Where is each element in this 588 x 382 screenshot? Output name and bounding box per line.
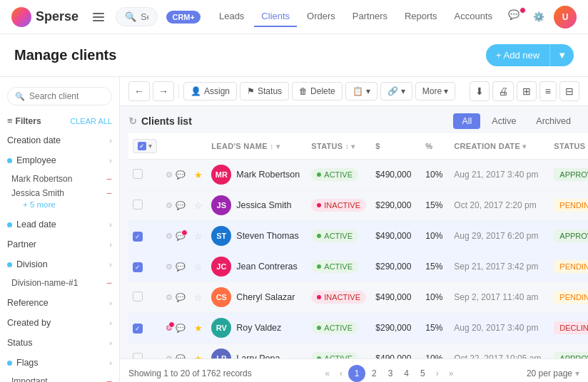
row-checkbox[interactable] [133, 353, 143, 359]
row-chat-icon[interactable]: 💬 [176, 293, 186, 302]
chat-icon[interactable]: 💬 [508, 9, 524, 25]
page-3[interactable]: 3 [383, 366, 398, 381]
employee-more[interactable]: + 5 more [11, 200, 112, 212]
col-name-header[interactable]: LEAD'S NAME ↕ ▾ [207, 133, 307, 160]
row-gear-icon[interactable]: ⚙ [166, 324, 173, 333]
per-page-arrow: ▾ [575, 368, 579, 378]
row-lead-name: Roy Valdez [236, 323, 281, 333]
remove-flag-button[interactable]: − [106, 376, 112, 382]
forward-button[interactable]: → [153, 81, 174, 101]
col-date-header[interactable]: CREATION DATE ▾ [450, 133, 549, 160]
row-chat-icon[interactable]: 💬 [176, 201, 186, 210]
client-search[interactable]: 🔍 [7, 87, 112, 105]
clear-all-button[interactable]: CLEAR ALL [70, 117, 112, 125]
remove-mark-button[interactable]: − [106, 174, 112, 184]
page-5[interactable]: 5 [415, 366, 430, 381]
col-money-header[interactable]: $ [371, 133, 421, 160]
sidebar-item-division[interactable]: Division › [0, 254, 119, 274]
nav-clients[interactable]: Clients [254, 6, 297, 27]
remove-jessica-button[interactable]: − [106, 188, 112, 198]
list-view-button[interactable]: ≡ [539, 81, 557, 101]
row-checkbox[interactable] [133, 291, 143, 301]
page-last[interactable]: » [445, 366, 458, 381]
refresh-icon[interactable]: ↻ [128, 115, 137, 127]
page-next[interactable]: › [432, 366, 443, 381]
columns-view-button[interactable]: ⊟ [559, 81, 579, 101]
row-checkbox[interactable] [133, 200, 143, 210]
download-button[interactable]: ⬇ [470, 81, 490, 101]
user-avatar[interactable]: U [554, 6, 577, 29]
tab-archived[interactable]: Archived [527, 113, 579, 129]
row-chat-icon[interactable]: 💬 [176, 232, 186, 241]
col-pct-header[interactable]: % [421, 133, 450, 160]
sidebar-item-reference[interactable]: Reference › [0, 293, 119, 313]
col-result-header[interactable]: STATUS ▾ [549, 133, 588, 160]
row-checkbox[interactable]: ✓ [133, 262, 143, 272]
per-page-selector[interactable]: 20 per page ▾ [527, 368, 579, 378]
chevron-icon: › [109, 240, 112, 249]
global-search[interactable]: 🔍 [116, 7, 158, 26]
assign-button[interactable]: 👤 Assign [183, 82, 237, 100]
row-star[interactable]: ★ [194, 323, 203, 334]
row-star[interactable]: ☆ [194, 200, 203, 211]
row-gear-icon[interactable]: ⚙ [166, 232, 173, 241]
more-button[interactable]: More ▾ [415, 82, 455, 100]
row-chat-icon[interactable]: 💬 [176, 262, 186, 272]
page-prev[interactable]: ‹ [335, 366, 347, 381]
row-star[interactable]: ☆ [194, 231, 203, 242]
sidebar-item-employee[interactable]: Employee › [0, 150, 119, 170]
row-chat-icon[interactable]: 💬 [176, 324, 186, 333]
page-4[interactable]: 4 [399, 366, 414, 381]
row-checkbox[interactable]: ✓ [133, 232, 143, 242]
add-new-button[interactable]: + Add new ▼ [486, 44, 574, 66]
crm-badge[interactable]: CRM+ [166, 11, 200, 24]
settings-icon[interactable]: ⚙️ [531, 9, 547, 25]
sidebar-item-status[interactable]: Status › [0, 333, 119, 353]
row-lead-name: Jean Contreras [236, 262, 297, 272]
row-gear-icon[interactable]: ⚙ [166, 170, 173, 180]
sidebar-item-flags[interactable]: Flags › [0, 353, 119, 373]
col-status-header[interactable]: STATUS ↕ ▾ [307, 133, 371, 160]
nav-orders[interactable]: Orders [300, 6, 343, 27]
print-button[interactable]: 🖨 [492, 81, 514, 101]
row-gear-icon[interactable]: ⚙ [166, 201, 173, 210]
nav-accounts[interactable]: Accounts [447, 6, 500, 27]
sidebar-item-created-by[interactable]: Created by › [0, 313, 119, 333]
sidebar-search-input[interactable] [29, 91, 104, 101]
remove-division-button[interactable]: − [106, 278, 112, 288]
nav-reports[interactable]: Reports [397, 6, 445, 27]
share-button[interactable]: 🔗 ▾ [380, 82, 412, 100]
sidebar-item-partner[interactable]: Partner › [0, 234, 119, 254]
nav-leads[interactable]: Leads [212, 6, 251, 27]
back-button[interactable]: ← [128, 81, 150, 101]
row-chat-icon[interactable]: 💬 [176, 170, 186, 180]
select-dropdown[interactable]: ✓ ▾ [133, 139, 157, 153]
logo[interactable]: Sperse [11, 7, 78, 27]
tab-all[interactable]: All [453, 113, 480, 129]
copy-button[interactable]: 📋 ▾ [345, 82, 377, 100]
nav-partners[interactable]: Partners [345, 6, 395, 27]
page-1[interactable]: 1 [348, 365, 365, 382]
table-header-row: ↻ Clients list All Active Archived [128, 106, 579, 133]
row-star[interactable]: ☆ [194, 292, 203, 303]
row-status-badge: ACTIVE [311, 229, 358, 242]
status-button[interactable]: ⚑ Status [240, 82, 289, 100]
delete-button[interactable]: 🗑 Delete [292, 82, 343, 100]
sidebar-item-creation-date[interactable]: Creation date › [0, 130, 119, 150]
row-star[interactable]: ★ [194, 170, 203, 180]
tab-active[interactable]: Active [483, 113, 524, 129]
page-first[interactable]: « [320, 366, 334, 381]
search-input[interactable] [141, 11, 148, 22]
row-money: $490,000 [375, 292, 411, 302]
row-star[interactable]: ★ [194, 353, 203, 359]
row-checkbox[interactable] [133, 169, 143, 179]
row-checkbox[interactable]: ✓ [133, 324, 143, 334]
hamburger-menu[interactable] [90, 10, 107, 24]
row-gear-icon[interactable]: ⚙ [166, 262, 173, 272]
row-gear-icon[interactable]: ⚙ [166, 293, 173, 302]
sidebar-item-lead-date[interactable]: Lead date › [0, 215, 119, 234]
page-2[interactable]: 2 [367, 366, 382, 381]
row-star[interactable]: ☆ [194, 262, 203, 272]
grid-view-button[interactable]: ⊞ [517, 81, 537, 101]
clients-table: ✓ ▾ LEAD'S NAME ↕ ▾ [128, 133, 588, 358]
